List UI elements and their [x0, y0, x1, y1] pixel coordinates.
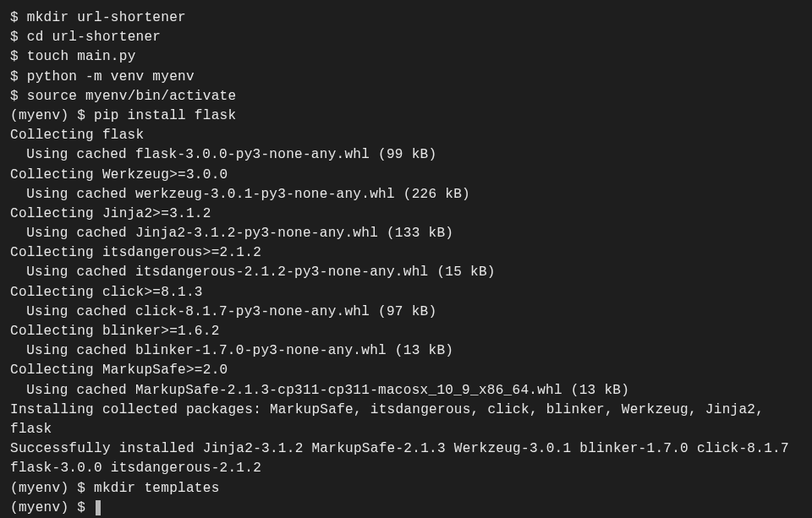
current-prompt-line[interactable]: (myenv) $: [10, 499, 802, 518]
terminal-line: Using cached werkzeug-3.0.1-py3-none-any…: [10, 185, 802, 204]
line-text: mkdir url-shortener: [27, 10, 186, 25]
line-text: python -m venv myenv: [27, 69, 195, 85]
terminal-line: Using cached blinker-1.7.0-py3-none-any.…: [10, 341, 802, 361]
terminal-line: (myenv) $ pip install flask: [10, 106, 802, 126]
line-text: Collecting itsdangerous>=2.1.2: [10, 245, 261, 260]
line-text: Using cached blinker-1.7.0-py3-none-any.…: [26, 343, 453, 358]
terminal-line: $ cd url-shortener: [10, 28, 802, 47]
terminal-line: $ touch main.py: [10, 47, 802, 67]
terminal-line: Collecting blinker>=1.6.2: [10, 322, 802, 341]
prompt: $: [10, 49, 27, 64]
line-text: Successfully installed Jinja2-3.1.2 Mark…: [10, 441, 798, 476]
line-text: mkdir templates: [94, 481, 220, 496]
prompt: $: [10, 69, 27, 85]
line-text: Collecting flask: [10, 128, 144, 143]
prompt: $: [10, 30, 27, 45]
terminal-line: Using cached itsdangerous-2.1.2-py3-none…: [10, 263, 802, 282]
terminal-line: Collecting MarkupSafe>=2.0: [10, 361, 802, 380]
line-text: Using cached click-8.1.7-py3-none-any.wh…: [26, 304, 436, 319]
terminal-line: Using cached flask-3.0.0-py3-none-any.wh…: [10, 145, 802, 165]
terminal-line: Installing collected packages: MarkupSaf…: [10, 401, 802, 439]
terminal-line: Collecting click>=8.1.3: [10, 283, 802, 303]
line-text: Using cached MarkupSafe-2.1.3-cp311-cp31…: [26, 383, 629, 398]
line-text: Collecting MarkupSafe>=2.0: [10, 363, 228, 378]
line-text: Collecting Werkzeug>=3.0.0: [10, 167, 228, 183]
terminal-line: $ python -m venv myenv: [10, 68, 802, 87]
prompt: (myenv) $: [10, 500, 94, 515]
line-text: Using cached itsdangerous-2.1.2-py3-none…: [26, 264, 496, 280]
terminal-line: Successfully installed Jinja2-3.1.2 Mark…: [10, 439, 802, 478]
terminal-output[interactable]: $ mkdir url-shortener$ cd url-shortener$…: [10, 8, 802, 518]
terminal-line: Collecting Jinja2>=3.1.2: [10, 204, 802, 224]
line-text: Using cached flask-3.0.0-py3-none-any.wh…: [26, 147, 436, 162]
cursor-icon: [96, 500, 101, 515]
line-text: touch main.py: [27, 49, 136, 64]
prompt: (myenv) $: [10, 108, 94, 123]
line-text: Collecting Jinja2>=3.1.2: [10, 206, 211, 221]
terminal-line: Using cached MarkupSafe-2.1.3-cp311-cp31…: [10, 381, 802, 401]
line-text: Collecting blinker>=1.6.2: [10, 324, 220, 339]
line-text: Installing collected packages: MarkupSaf…: [10, 402, 772, 437]
prompt: (myenv) $: [10, 481, 94, 496]
line-text: source myenv/bin/activate: [27, 89, 237, 104]
terminal-line: Collecting flask: [10, 126, 802, 145]
terminal-line: Collecting itsdangerous>=2.1.2: [10, 243, 802, 263]
line-text: Using cached werkzeug-3.0.1-py3-none-any…: [26, 187, 470, 202]
terminal-line: $ source myenv/bin/activate: [10, 87, 802, 106]
terminal-line: Using cached Jinja2-3.1.2-py3-none-any.w…: [10, 224, 802, 243]
prompt: $: [10, 10, 27, 25]
terminal-line: Collecting Werkzeug>=3.0.0: [10, 166, 802, 185]
terminal-line: Using cached click-8.1.7-py3-none-any.wh…: [10, 303, 802, 322]
line-text: Collecting click>=8.1.3: [10, 285, 203, 300]
line-text: Using cached Jinja2-3.1.2-py3-none-any.w…: [26, 226, 453, 241]
prompt: $: [10, 89, 27, 104]
line-text: cd url-shortener: [27, 30, 161, 45]
line-text: pip install flask: [94, 108, 236, 123]
terminal-line: (myenv) $ mkdir templates: [10, 479, 802, 499]
terminal-line: $ mkdir url-shortener: [10, 8, 802, 28]
